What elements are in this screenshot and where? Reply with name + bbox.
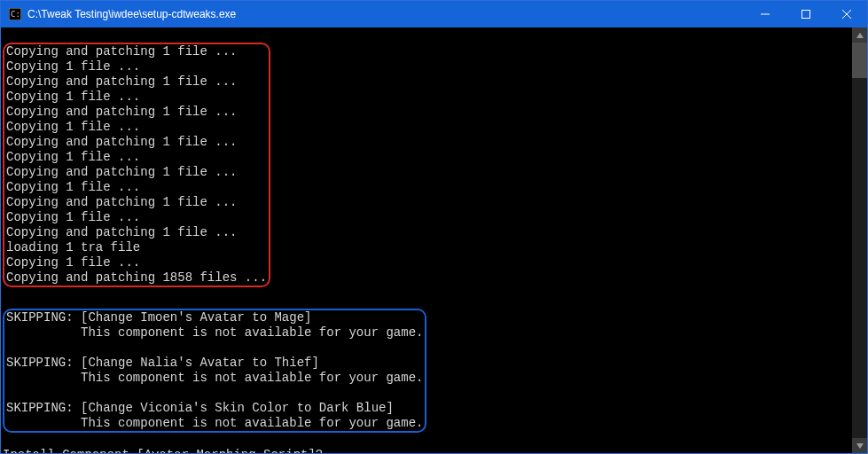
window-title: C:\Tweak Testing\iwdee\setup-cdtweaks.ex… [27,8,745,20]
console-output[interactable]: Copying and patching 1 file ... Copying … [1,27,852,453]
maximize-button[interactable] [786,1,826,27]
client-area: Copying and patching 1 file ... Copying … [1,27,867,453]
console-window: C: C:\Tweak Testing\iwdee\setup-cdtweaks… [0,0,868,454]
close-button[interactable] [826,1,867,27]
window-controls [745,1,867,27]
annotation-red-box: Copying and patching 1 file ... Copying … [3,43,270,287]
install-prompt: Install Component [Avatar Morphing Scrip… [3,448,323,453]
skipping-log: SKIPPING: [Change Imoen's Avatar to Mage… [6,310,423,430]
vertical-scrollbar[interactable] [852,27,867,453]
scrollbar-track[interactable] [852,43,867,438]
scroll-up-button[interactable] [852,27,867,43]
svg-marker-7 [856,443,864,449]
scrollbar-thumb[interactable] [852,43,867,78]
svg-text:C:: C: [11,10,20,19]
minimize-button[interactable] [745,1,786,27]
annotation-blue-box: SKIPPING: [Change Imoen's Avatar to Mage… [3,309,426,433]
scroll-down-button[interactable] [852,438,867,453]
app-icon: C: [8,7,22,21]
svg-marker-6 [856,33,864,38]
svg-rect-3 [802,11,810,19]
copy-patch-log: Copying and patching 1 file ... Copying … [6,44,267,285]
titlebar[interactable]: C: C:\Tweak Testing\iwdee\setup-cdtweaks… [1,1,867,27]
